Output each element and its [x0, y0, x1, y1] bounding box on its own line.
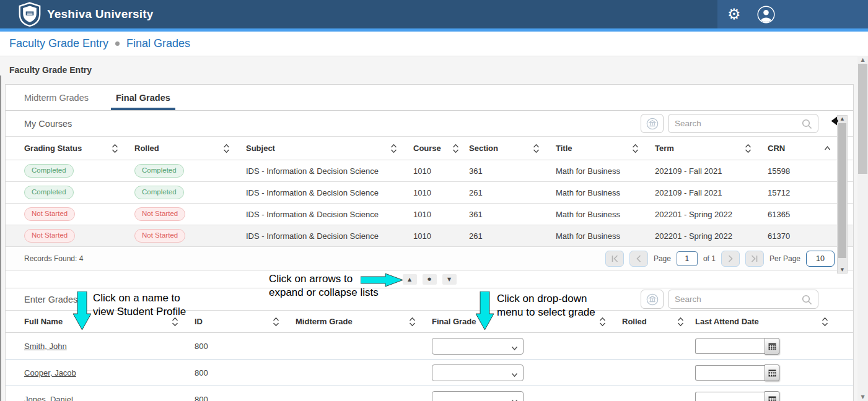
breadcrumb: Faculty Grade Entry Final Grades: [0, 32, 868, 56]
scroll-up-icon[interactable]: ▲: [838, 116, 847, 121]
calendar-icon[interactable]: [765, 338, 779, 355]
expand-down-icon[interactable]: ▼: [442, 274, 457, 285]
student-name-link[interactable]: Smith, John: [24, 342, 67, 351]
final-grade-dropdown[interactable]: [432, 391, 524, 401]
column-rolled[interactable]: Rolled: [134, 144, 246, 153]
calendar-icon[interactable]: [765, 391, 779, 401]
content-area: Faculty Grade Entry Midterm Grades Final…: [0, 56, 868, 401]
first-page-button[interactable]: [605, 251, 624, 267]
pagination: Page of 1 Per Page: [605, 251, 835, 267]
student-name-link[interactable]: Cooper, Jacob: [24, 368, 76, 377]
grades-tools-institution-icon[interactable]: [641, 290, 664, 309]
cell-crn: 15598: [768, 166, 835, 176]
calendar-icon[interactable]: [765, 364, 779, 381]
rolled-badge: Not Started: [134, 207, 185, 221]
course-row[interactable]: Completed Completed IDS - Information & …: [6, 160, 853, 182]
student-row: Smith, John 800: [6, 333, 853, 360]
student-name-link[interactable]: Jones, Daniel: [24, 395, 73, 401]
annotation-arrow-down-icon: [475, 291, 494, 333]
left-panel-handle[interactable]: [0, 75, 1, 401]
cell-student-id: 800: [195, 368, 296, 377]
cell-section: 361: [469, 166, 556, 176]
cell-course: 1010: [413, 231, 469, 241]
breadcrumb-separator-icon: [115, 41, 120, 46]
course-row[interactable]: Not Started Not Started IDS - Informatio…: [6, 225, 853, 247]
user-profile-icon[interactable]: [757, 6, 775, 24]
column-grading-status[interactable]: Grading Status: [24, 144, 134, 153]
course-row[interactable]: Not Started Not Started IDS - Informatio…: [6, 204, 853, 225]
final-grade-dropdown[interactable]: [432, 338, 524, 355]
grades-search-input[interactable]: [669, 295, 818, 304]
final-grade-dropdown[interactable]: [432, 364, 524, 381]
courses-search-input[interactable]: [669, 119, 818, 128]
top-navbar: Yeshiva University ⚙: [0, 0, 868, 28]
collapse-up-icon[interactable]: ▲: [403, 274, 417, 285]
grading-status-badge: Not Started: [24, 207, 75, 221]
last-page-button[interactable]: [745, 251, 764, 267]
search-icon: [802, 295, 812, 308]
column-section[interactable]: Section: [469, 144, 556, 153]
column-crn[interactable]: CRN: [768, 144, 835, 153]
last-attend-date-input[interactable]: [695, 338, 765, 354]
courses-tools-institution-icon[interactable]: [641, 114, 664, 133]
sort-icon: [599, 317, 606, 327]
grades-search-box: [668, 290, 818, 309]
cell-section: 361: [469, 210, 556, 219]
column-midterm-grade[interactable]: Midterm Grade: [296, 317, 432, 327]
column-last-attend-date[interactable]: Last Attend Date: [695, 317, 835, 327]
sort-icon: [632, 144, 639, 153]
tab-final-grades[interactable]: Final Grades: [116, 85, 170, 110]
university-shield-logo[interactable]: [19, 2, 41, 27]
column-title[interactable]: Title: [556, 144, 655, 153]
breadcrumb-final-grades[interactable]: Final Grades: [126, 37, 190, 50]
cell-subject: IDS - Information & Decision Science: [246, 188, 413, 197]
page-scrollbar[interactable]: ▲ ▼: [857, 56, 868, 401]
rolled-badge: Completed: [134, 164, 184, 178]
page-number-input[interactable]: [677, 251, 698, 266]
page-title: Faculty Grade Entry: [9, 65, 92, 75]
per-page-input[interactable]: [806, 251, 835, 267]
cell-crn: 61370: [768, 231, 835, 241]
scroll-down-icon[interactable]: ▼: [857, 394, 868, 400]
sort-icon: [390, 144, 397, 153]
records-bar: Records Found: 4 Page of 1 Per Page: [6, 247, 853, 270]
sort-icon: [112, 144, 118, 153]
cell-title: Math for Business: [556, 188, 655, 197]
cell-course: 1010: [413, 188, 469, 197]
cell-term: 202109 - Fall 2021: [655, 166, 768, 176]
settings-gear-icon[interactable]: ⚙: [727, 7, 741, 22]
scrollbar-thumb[interactable]: [838, 123, 846, 258]
column-id[interactable]: ID: [195, 317, 296, 327]
search-icon: [802, 119, 812, 132]
sort-icon: [533, 144, 540, 153]
scrollbar-thumb[interactable]: [858, 64, 867, 174]
breadcrumb-faculty-grade-entry[interactable]: Faculty Grade Entry: [9, 37, 108, 50]
column-subject[interactable]: Subject: [246, 144, 413, 153]
courses-table-header: Grading Status Rolled Subject Course Sec…: [6, 137, 853, 160]
resize-handle-dot-icon[interactable]: ●: [423, 274, 437, 285]
previous-page-button[interactable]: [629, 251, 648, 267]
tab-midterm-grades[interactable]: Midterm Grades: [24, 85, 89, 110]
last-attend-date-input[interactable]: [695, 365, 765, 381]
grading-status-badge: Completed: [24, 164, 74, 178]
column-course[interactable]: Course: [413, 144, 469, 153]
cell-title: Math for Business: [556, 210, 655, 219]
column-term[interactable]: Term: [655, 144, 768, 153]
scroll-up-icon[interactable]: ▲: [857, 57, 868, 63]
cell-course: 1010: [413, 166, 469, 176]
records-found: Records Found: 4: [24, 254, 83, 263]
cell-subject: IDS - Information & Decision Science: [246, 210, 413, 219]
column-rolled[interactable]: Rolled: [622, 317, 695, 327]
grade-entry-panel: Midterm Grades Final Grades My Courses: [5, 84, 854, 401]
next-page-button[interactable]: [721, 251, 740, 267]
course-row[interactable]: Completed Completed IDS - Information & …: [6, 182, 853, 204]
courses-scrollbar[interactable]: ▲ ▼: [837, 115, 848, 274]
cell-section: 261: [469, 188, 556, 197]
sort-icon: [822, 317, 828, 327]
cell-term: 202201 - Spring 2022: [655, 210, 768, 219]
enter-grades-title: Enter Grades: [24, 295, 77, 304]
scroll-down-icon[interactable]: ▼: [838, 267, 847, 272]
last-attend-date-input[interactable]: [695, 392, 765, 401]
mouse-cursor: [831, 116, 838, 129]
courses-search-box: [668, 114, 818, 133]
